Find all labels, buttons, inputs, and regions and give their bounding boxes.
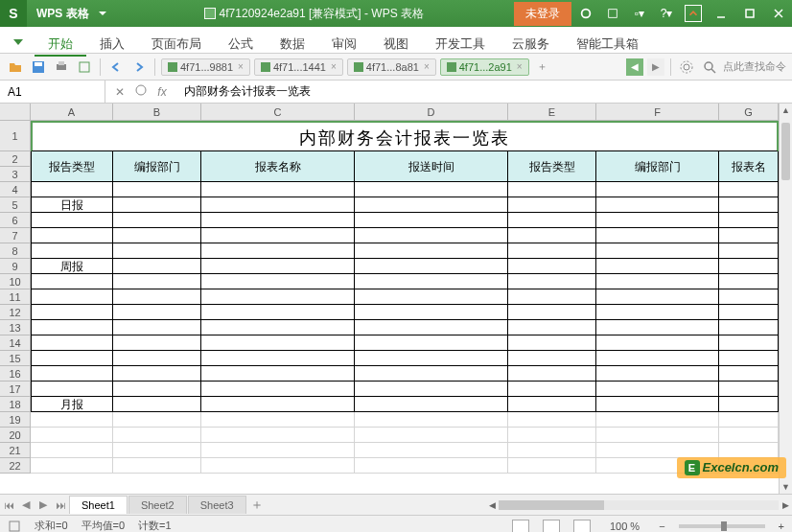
cell[interactable] [508, 458, 596, 474]
cell[interactable] [355, 366, 508, 382]
cell[interactable] [355, 397, 508, 412]
cell[interactable] [508, 243, 596, 259]
sheet-nav-first-icon[interactable]: ⏮ [0, 499, 17, 511]
close-tab-icon[interactable]: × [517, 61, 523, 72]
cell[interactable] [31, 213, 113, 228]
add-doc-tab-button[interactable]: ＋ [533, 58, 552, 77]
row-header-5[interactable]: 5 [0, 197, 30, 213]
zoom-in-button[interactable]: + [779, 520, 784, 532]
cell[interactable] [508, 213, 596, 228]
row-header-3[interactable]: 3 [0, 167, 30, 182]
cell[interactable] [355, 259, 508, 274]
cell[interactable] [596, 213, 719, 228]
cell[interactable] [201, 228, 355, 243]
cell[interactable] [596, 443, 719, 458]
cell[interactable] [113, 197, 201, 213]
cancel-formula-icon[interactable]: ✕ [113, 85, 127, 99]
cell[interactable] [201, 335, 355, 351]
close-tab-icon[interactable]: × [424, 61, 430, 72]
cell[interactable] [719, 197, 779, 213]
header-cell[interactable]: 编报部门 [596, 151, 719, 182]
cell[interactable] [201, 428, 355, 443]
cell[interactable] [719, 443, 779, 458]
cell[interactable] [201, 320, 355, 335]
cell[interactable] [201, 182, 355, 197]
settings-icon[interactable]: ▫▾ [627, 0, 652, 27]
cell[interactable] [596, 351, 719, 366]
cell[interactable] [113, 213, 201, 228]
ribbon-tab-5[interactable]: 审阅 [318, 33, 370, 55]
cell[interactable] [508, 197, 596, 213]
row-header-2[interactable]: 2 [0, 151, 30, 167]
doc-tab-1[interactable]: 4f71...1441× [254, 58, 343, 76]
tab-nav-left-button[interactable]: ◀ [626, 58, 643, 76]
cell[interactable] [596, 366, 719, 382]
cell[interactable] [355, 182, 508, 197]
cell[interactable] [508, 397, 596, 412]
cell[interactable] [201, 243, 355, 259]
row-header-13[interactable]: 13 [0, 320, 30, 335]
view-break-button[interactable] [573, 520, 591, 533]
header-cell[interactable]: 报告类型 [31, 151, 113, 182]
cell[interactable] [31, 382, 113, 397]
cell[interactable] [113, 412, 201, 428]
cell[interactable] [355, 382, 508, 397]
cell[interactable] [201, 197, 355, 213]
row-header-18[interactable]: 18 [0, 397, 30, 412]
cell[interactable] [508, 335, 596, 351]
sheet-nav-prev-icon[interactable]: ◀ [17, 498, 35, 511]
cell[interactable] [113, 182, 201, 197]
view-normal-button[interactable] [512, 520, 529, 533]
header-cell[interactable]: 报送时间 [355, 151, 508, 182]
row-header-4[interactable]: 4 [0, 182, 30, 197]
row-header-6[interactable]: 6 [0, 213, 30, 228]
cell[interactable] [596, 320, 719, 335]
cell[interactable] [201, 259, 355, 274]
col-header-C[interactable]: C [201, 104, 355, 120]
cell[interactable] [201, 213, 355, 228]
cell[interactable] [719, 412, 779, 428]
cell[interactable] [31, 366, 113, 382]
ribbon-tab-0[interactable]: 开始 [35, 33, 86, 57]
row-header-22[interactable]: 22 [0, 458, 30, 474]
cell[interactable] [113, 458, 201, 474]
cell[interactable] [508, 274, 596, 289]
cell[interactable] [508, 228, 596, 243]
row-header-14[interactable]: 14 [0, 335, 30, 351]
col-header-F[interactable]: F [596, 104, 719, 120]
print-preview-icon[interactable] [75, 58, 94, 77]
scroll-left-icon[interactable]: ◀ [485, 500, 499, 510]
zoom-out-button[interactable]: − [659, 520, 664, 532]
doc-tab-3[interactable]: 4f71...2a91× [440, 58, 529, 76]
cell[interactable] [113, 305, 201, 320]
cell[interactable] [113, 366, 201, 382]
cell[interactable]: 月报 [31, 397, 113, 412]
col-header-A[interactable]: A [31, 104, 113, 120]
cell[interactable] [719, 305, 779, 320]
cell[interactable] [719, 243, 779, 259]
col-header-E[interactable]: E [508, 104, 596, 120]
cell[interactable] [113, 259, 201, 274]
title-cell[interactable]: 内部财务会计报表一览表 [31, 121, 779, 151]
cell[interactable] [719, 259, 779, 274]
cell[interactable] [355, 213, 508, 228]
status-mode-icon[interactable] [8, 520, 21, 533]
row-header-10[interactable]: 10 [0, 274, 30, 289]
cell[interactable] [113, 274, 201, 289]
col-header-B[interactable]: B [113, 104, 201, 120]
cell[interactable] [201, 443, 355, 458]
row-header-17[interactable]: 17 [0, 382, 30, 397]
cell[interactable] [508, 382, 596, 397]
maximize-button[interactable] [736, 0, 763, 27]
zoom-slider[interactable] [679, 524, 765, 528]
cell[interactable] [31, 243, 113, 259]
cell[interactable] [31, 428, 113, 443]
cell[interactable] [31, 305, 113, 320]
cell[interactable] [355, 443, 508, 458]
cell[interactable] [719, 274, 779, 289]
cell[interactable] [508, 289, 596, 305]
row-header-16[interactable]: 16 [0, 366, 30, 382]
skin-icon[interactable] [600, 0, 625, 27]
cell[interactable] [355, 335, 508, 351]
cell[interactable] [719, 366, 779, 382]
